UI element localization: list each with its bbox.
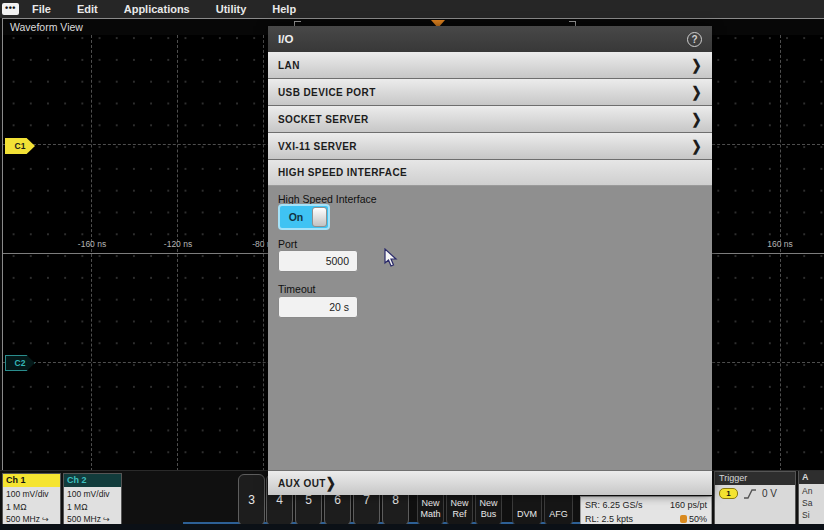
- horizontal-position-icon: [680, 515, 687, 523]
- acquisition-side-panel[interactable]: A An Sa Si: [798, 471, 824, 529]
- trigger-badge[interactable]: Trigger 1 0 V: [714, 471, 796, 529]
- hsi-toggle[interactable]: On: [278, 204, 330, 230]
- resolution: 160 ps/pt: [646, 498, 707, 512]
- side-panel-title: A: [799, 471, 824, 484]
- channel2-badge[interactable]: Ch 2 100 mV/div 1 MΩ 500 MHz↪: [63, 473, 122, 528]
- channel2-impedance: 1 MΩ: [67, 501, 118, 514]
- port-label: Port: [278, 238, 297, 250]
- menu-item-lan[interactable]: LAN ❯: [268, 52, 712, 79]
- channel1-impedance: 1 MΩ: [6, 501, 57, 514]
- menu-applications[interactable]: Applications: [111, 3, 203, 15]
- chevron-right-icon: ❯: [692, 57, 702, 74]
- menu-item-aux-out[interactable]: AUX OUT ❯: [268, 470, 712, 495]
- menu-item-usb-device-port[interactable]: USB DEVICE PORT ❯: [268, 79, 712, 106]
- channel1-name: Ch 1: [3, 474, 60, 487]
- mouse-cursor: [384, 248, 398, 268]
- high-speed-interface-panel: High Speed Interface On Port 5000 Timeou…: [268, 186, 712, 470]
- menu-item-socket-server[interactable]: SOCKET SERVER ❯: [268, 106, 712, 133]
- io-dialog-title: I/O: [278, 33, 293, 45]
- menu-utility[interactable]: Utility: [203, 3, 260, 15]
- menu-help[interactable]: Help: [259, 3, 309, 15]
- time-label: -120 ns: [164, 239, 192, 249]
- waveform-view-title: Waveform View: [10, 21, 83, 33]
- menu-edit[interactable]: Edit: [64, 3, 111, 15]
- help-icon[interactable]: ?: [687, 32, 702, 47]
- channel1-badge[interactable]: Ch 1 100 mV/div 1 MΩ 500 MHz↪: [2, 473, 61, 528]
- trigger-level: 0 V: [762, 488, 777, 499]
- sample-rate: SR: 6.25 GS/s: [585, 498, 646, 512]
- time-label: 160 ns: [767, 239, 793, 249]
- menu-dots-icon[interactable]: •••: [2, 3, 19, 15]
- channel1-settings: 100 mV/div 1 MΩ 500 MHz↪: [3, 487, 60, 527]
- channel3-button[interactable]: 3: [238, 474, 265, 526]
- menu-item-vxi-11-server[interactable]: VXI-11 SERVER ❯: [268, 133, 712, 160]
- chevron-right-icon: ❯: [692, 138, 702, 155]
- screen-bottom-edge: [0, 524, 824, 530]
- channel2-settings: 100 mV/div 1 MΩ 500 MHz↪: [64, 487, 121, 527]
- timeout-label: Timeout: [278, 283, 316, 295]
- port-input[interactable]: 5000: [278, 250, 358, 272]
- channel1-scale: 100 mV/div: [6, 488, 57, 501]
- io-dialog-header[interactable]: I/O ?: [268, 26, 712, 52]
- acquisition-readout[interactable]: SR: 6.25 GS/s 160 ps/pt RL: 2.5 kpts 50%: [580, 496, 712, 527]
- menubar: ••• File Edit Applications Utility Help: [0, 0, 824, 18]
- trigger-settings: 1 0 V: [715, 485, 795, 528]
- io-dialog: I/O ? LAN ❯ USB DEVICE PORT ❯ SOCKET SER…: [268, 26, 712, 495]
- trigger-source-badge: 1: [719, 488, 738, 499]
- trigger-title: Trigger: [715, 472, 795, 485]
- toggle-knob[interactable]: [312, 207, 327, 227]
- bandwidth-icon: ↪: [42, 515, 49, 524]
- timeout-input[interactable]: 20 s: [278, 296, 358, 318]
- channel2-scale: 100 mV/div: [67, 488, 118, 501]
- bandwidth-icon: ↪: [103, 515, 110, 524]
- toggle-state-label: On: [280, 211, 312, 223]
- menu-file[interactable]: File: [19, 3, 64, 15]
- side-panel-lines: An Sa Si: [799, 484, 824, 529]
- chevron-right-icon: ❯: [326, 475, 336, 492]
- time-label: -160 ns: [78, 239, 106, 249]
- chevron-right-icon: ❯: [692, 111, 702, 128]
- rising-edge-icon: [743, 488, 757, 500]
- oscilloscope-screen: ••• File Edit Applications Utility Help …: [0, 0, 824, 530]
- menu-item-high-speed-interface[interactable]: HIGH SPEED INTERFACE: [268, 160, 712, 186]
- chevron-right-icon: ❯: [692, 84, 702, 101]
- channel2-name: Ch 2: [64, 474, 121, 487]
